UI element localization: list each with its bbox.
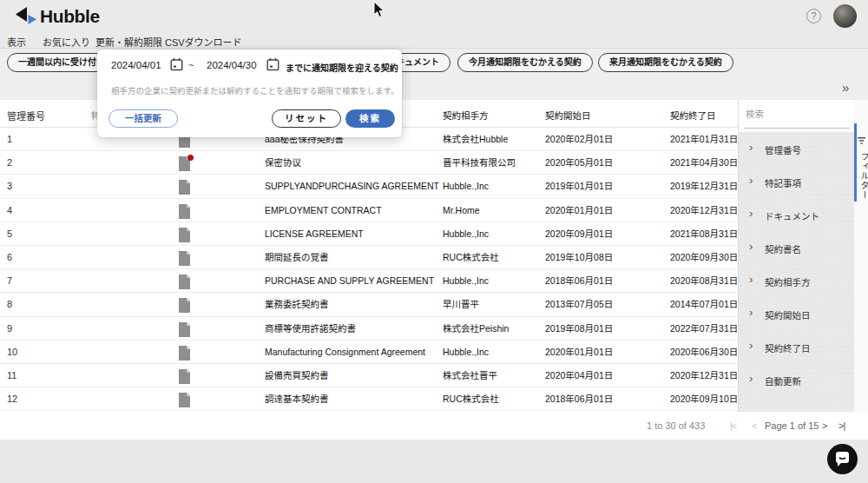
table-row[interactable]: 10 Manufacturing Consignment Agreement H… (0, 341, 738, 364)
chevron-right-icon: › (749, 274, 753, 286)
collapse-chevrons-icon[interactable]: » (842, 80, 849, 95)
chat-widget-button[interactable] (827, 444, 858, 474)
date-to-input[interactable]: 2024/04/30 (207, 60, 257, 70)
menu-csv-download[interactable]: CSVダウンロード (165, 35, 242, 49)
table-row[interactable]: 8 業務委託契約書 早川晋平 2013年07月05日 2014年07月01日 (0, 293, 738, 316)
document-icon (178, 369, 191, 384)
cell-end-date: 2022年07月31日 (670, 317, 738, 341)
table-row[interactable]: 5 LICENSE AGREEMENT Hubble.,Inc 2020年09月… (0, 222, 738, 246)
hubble-logo[interactable]: Hubble (14, 4, 100, 29)
cell-contract-name: SUPPLYANDPURCHASING AGREEMENT (265, 175, 439, 198)
table-row[interactable]: 4 EMPLOYMENT CONTRACT Mr.Home 2020年01月01… (0, 199, 738, 222)
modal-suffix-label: までに通知期限を迎える契約 (286, 61, 398, 74)
calendar-icon[interactable] (266, 57, 279, 71)
pill-next-month-notice[interactable]: 来月通知期限をむかえる契約 (598, 53, 733, 72)
cell-counterparty: 早川晋平 (443, 293, 479, 316)
help-icon[interactable]: ? (806, 9, 821, 23)
header-end-date[interactable]: 契約終了日 (670, 109, 716, 122)
filter-item[interactable]: › 自動更新 (739, 363, 855, 396)
filter-item[interactable]: › 契約開始日 (739, 297, 855, 330)
next-page-icon[interactable]: > (822, 420, 827, 431)
search-button[interactable]: 検索 (345, 109, 395, 128)
filter-tab-strip[interactable]: フィルター (854, 100, 868, 412)
cell-end-date: 2021年04月30日 (670, 151, 738, 175)
cell-end-date: 2020年12月31日 (670, 199, 738, 222)
calendar-icon[interactable] (170, 57, 183, 71)
modal-description: 相手方の企業に契約更新または解約することを通知する期限で検索をします。 (111, 84, 399, 96)
cell-management-no: 4 (7, 199, 12, 222)
menu-renewal-period[interactable]: 更新・解約期限 (95, 35, 162, 49)
table-row[interactable]: 12 調達基本契約書 RUC株式会社 2018年06月01日 2020年09月1… (0, 387, 738, 411)
cell-counterparty: 晋平科技有限公司 (443, 151, 516, 175)
filter-item-label: 契約相手方 (765, 275, 811, 288)
cell-end-date: 2021年08月31日 (670, 222, 738, 246)
table-row[interactable]: 7 PURCHASE AND SUPPLY AGREEMENT Hubble.,… (0, 269, 738, 293)
menu-display[interactable]: 表示 (7, 35, 26, 49)
cell-management-no: 6 (7, 246, 12, 269)
header-counterparty[interactable]: 契約相手方 (443, 109, 489, 122)
cell-contract-name: LICENSE AGREEMENT (265, 222, 364, 246)
table-row[interactable]: 3 SUPPLYANDPURCHASING AGREEMENT Hubble.,… (0, 175, 738, 198)
filter-item[interactable]: › 特記事項 (739, 165, 855, 198)
date-from-input[interactable]: 2024/04/01 (111, 60, 161, 70)
cell-start-date: 2013年07月05日 (545, 293, 613, 316)
table-row[interactable]: 2 保密协议 晋平科技有限公司 2020年05月01日 2021年04月30日 (0, 151, 738, 175)
filter-item[interactable]: › 管理番号 (739, 132, 855, 165)
last-page-icon[interactable]: >| (838, 420, 845, 431)
cell-contract-name: 保密协议 (265, 151, 301, 175)
table-row[interactable]: 9 商標等使用許諾契約書 株式会社Peishin 2019年08月01日 202… (0, 317, 738, 341)
cell-management-no: 8 (7, 293, 12, 316)
header-management-no[interactable]: 管理番号 (7, 109, 45, 122)
filter-item-label: ドキュメント (765, 209, 819, 222)
cell-management-no: 2 (7, 151, 12, 175)
mouse-cursor (373, 2, 385, 19)
header-start-date[interactable]: 契約開始日 (545, 109, 591, 122)
cell-start-date: 2019年10月08日 (545, 246, 613, 269)
user-avatar[interactable] (833, 4, 857, 28)
cell-counterparty: Hubble.,Inc (443, 341, 489, 364)
filter-item-label: 管理番号 (765, 143, 801, 156)
table-row[interactable]: 11 設備売買契約書 株式会社晋平 2020年04月01日 2020年12月31… (0, 364, 738, 387)
menu-favorites[interactable]: お気に入り (43, 35, 90, 49)
cell-counterparty: 株式会社晋平 (443, 364, 497, 387)
first-page-icon[interactable]: |< (730, 420, 736, 431)
cell-counterparty: Hubble.,Inc (443, 175, 489, 198)
cell-end-date: 2020年06月30日 (670, 341, 738, 364)
cell-management-no: 3 (7, 175, 12, 198)
filter-item[interactable]: › 契約書名 (739, 231, 855, 264)
cell-contract-name: 調達基本契約書 (265, 387, 329, 411)
filter-item[interactable]: › 契約終了日 (739, 330, 855, 363)
pagination-bar: 1 to 30 of 433 |< < Page 1 of 15 > >| (0, 412, 868, 440)
chevron-right-icon: › (749, 175, 753, 187)
cell-end-date: 2020年12月31日 (670, 364, 738, 387)
cell-start-date: 2020年01月01日 (545, 199, 613, 222)
pagination-range: 1 to 30 of 433 (647, 420, 705, 431)
filter-item[interactable]: › 契約相手方 (739, 264, 855, 297)
document-icon (178, 393, 191, 407)
search-underline (744, 128, 850, 129)
reset-button[interactable]: リセット (272, 109, 341, 128)
prev-page-icon[interactable]: < (752, 420, 757, 431)
table-row[interactable]: 6 期間延長の覚書 RUC株式会社 2019年10月08日 2020年09月30… (0, 246, 738, 269)
cell-start-date: 2018年06月01日 (545, 387, 613, 411)
document-icon (178, 204, 191, 219)
cell-contract-name: PURCHASE AND SUPPLY AGREEMENT (265, 269, 434, 293)
chevron-right-icon: › (749, 142, 753, 154)
sidebar-search-input[interactable]: 検索 (746, 107, 764, 120)
cell-start-date: 2020年05月01日 (545, 151, 613, 175)
filter-item[interactable]: › ドキュメント (739, 198, 855, 231)
menu-bar: 表示 お気に入り 更新・解約期限 CSVダウンロード (0, 32, 868, 49)
cell-start-date: 2019年01月01日 (545, 175, 613, 198)
document-icon (178, 298, 191, 313)
chevron-right-icon: › (749, 208, 753, 220)
filter-item-label: 自動更新 (765, 374, 801, 387)
cell-contract-name: 期間延長の覚書 (265, 246, 329, 269)
notification-dot (187, 155, 194, 161)
cell-contract-name: 設備売買契約書 (265, 364, 329, 387)
bulk-update-button[interactable]: 一括更新 (108, 109, 178, 128)
chevron-right-icon: › (749, 373, 753, 385)
filter-sidebar: 検索 › 管理番号 › 特記事項 › ドキュメント › (738, 100, 854, 412)
pill-this-month-notice[interactable]: 今月通知期限をむかえる契約 (457, 53, 593, 72)
cell-management-no: 9 (7, 317, 12, 341)
cell-contract-name: 業務委託契約書 (265, 293, 329, 316)
